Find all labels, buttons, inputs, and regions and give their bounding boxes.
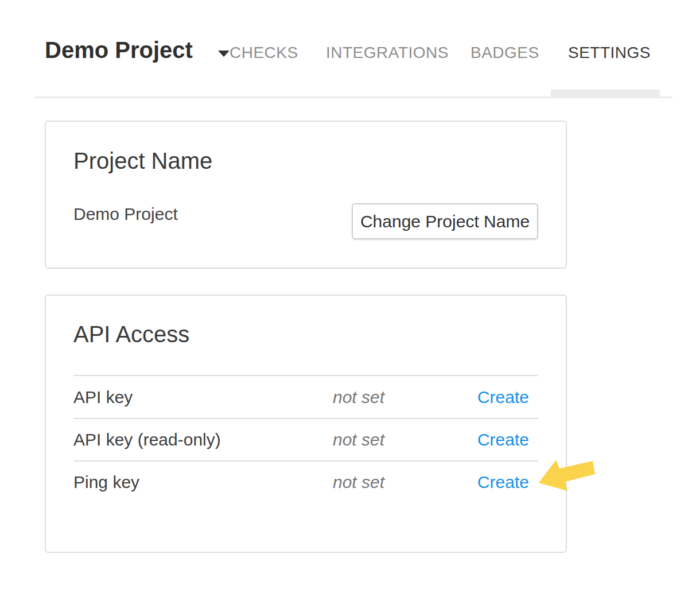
api-key-readonly-row: API key (read-only) not set Create — [73, 418, 538, 460]
api-keys-table: API key not set Create API key (read-onl… — [73, 375, 538, 503]
project-switcher[interactable]: Demo Project — [45, 38, 193, 61]
api-key-value: not set — [333, 388, 477, 407]
ping-key-row: Ping key not set Create — [73, 460, 538, 503]
chevron-down-icon — [218, 51, 230, 57]
api-key-label: API key — [73, 388, 333, 407]
settings-page: Demo Project CHECKS INTEGRATIONS BADGES … — [0, 0, 700, 608]
ping-key-value: not set — [333, 473, 477, 492]
tab-badges[interactable]: BADGES — [470, 45, 539, 61]
create-ping-key-link[interactable]: Create — [477, 473, 529, 492]
tab-settings[interactable]: SETTINGS — [568, 45, 651, 61]
tab-integrations[interactable]: INTEGRATIONS — [326, 45, 449, 61]
api-key-readonly-label: API key (read-only) — [73, 430, 333, 450]
api-access-card-title: API Access — [73, 323, 189, 346]
project-name-card: Project Name Demo Project Change Project… — [45, 121, 567, 269]
project-name-card-title: Project Name — [73, 149, 212, 172]
api-key-readonly-value: not set — [333, 430, 477, 450]
api-key-row: API key not set Create — [73, 375, 538, 418]
nav-divider — [34, 96, 672, 98]
api-access-card: API Access API key not set Create API ke… — [45, 295, 567, 553]
create-api-key-readonly-link[interactable]: Create — [477, 430, 529, 450]
current-project-name: Demo Project — [73, 206, 178, 223]
tab-checks[interactable]: CHECKS — [230, 45, 298, 61]
ping-key-label: Ping key — [73, 473, 333, 492]
create-api-key-link[interactable]: Create — [477, 388, 529, 407]
change-project-name-button[interactable]: Change Project Name — [352, 203, 538, 239]
